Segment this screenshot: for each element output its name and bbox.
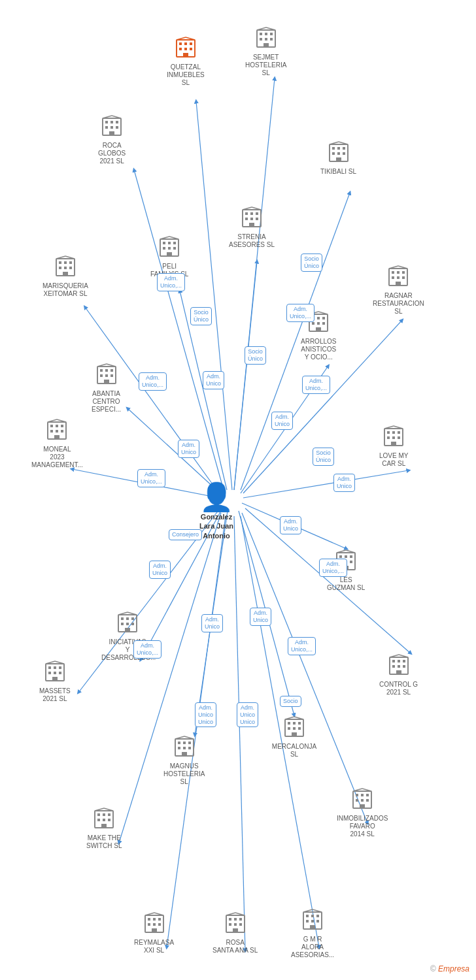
role-badge-r3[interactable]: Socio Único [301, 253, 322, 272]
svg-rect-44 [105, 121, 108, 123]
role-badge-r20[interactable]: Adm. Unico,... [133, 640, 162, 659]
svg-rect-24 [179, 42, 182, 45]
company-moneal[interactable]: MONEAL 2023 MANAGEMENT... [31, 418, 83, 469]
role-badge-r10[interactable]: Adm. Unico [178, 440, 199, 458]
role-badge-r16[interactable]: Consejero [169, 529, 202, 540]
building-icon-inmobilizados [350, 787, 374, 813]
svg-rect-65 [250, 212, 253, 215]
person-node[interactable]: 👤 Gonzalez Lara Juan Antonio [199, 483, 233, 540]
role-badge-r11[interactable]: Adm. Unico,... [137, 469, 165, 487]
svg-rect-45 [110, 121, 113, 123]
svg-rect-208 [361, 799, 364, 802]
svg-rect-164 [121, 617, 124, 620]
svg-rect-249 [316, 920, 319, 923]
role-badge-r7[interactable]: Adm. Unico,... [139, 372, 167, 391]
company-abantia[interactable]: ABANTIA CENTRO ESPECI... [92, 363, 121, 414]
company-label-controlg: CONTROL G 2021 SL [379, 681, 418, 696]
company-reymalasa[interactable]: REYMALASA XXI SL [134, 911, 174, 955]
company-strenia[interactable]: STRENIA ASESORES SL [229, 206, 275, 249]
company-label-massets: MASSETS 2021 SL [39, 687, 71, 703]
svg-line-20 [167, 516, 226, 947]
company-makeswitch[interactable]: MAKE THE SWITCH SL [86, 807, 122, 850]
role-badge-r4[interactable]: Adm. Unico,... [286, 304, 314, 322]
svg-rect-128 [56, 430, 58, 433]
role-badge-r23[interactable]: Adm. Unico Unico [237, 702, 258, 727]
building-icon-magnus [173, 735, 196, 761]
svg-rect-50 [109, 131, 114, 135]
svg-rect-247 [306, 920, 309, 923]
svg-rect-187 [288, 727, 290, 730]
role-badge-r22[interactable]: Adm. Unico Unico [195, 702, 216, 727]
role-badge-r21[interactable]: Adm. Unico,... [288, 637, 316, 655]
role-badge-r13[interactable]: Adm. Unico [333, 474, 355, 492]
company-roca[interactable]: ROCA GLOBOS 2021 SL [98, 114, 126, 165]
company-marisqueria[interactable]: MARISQUERIA XEITOMAR SL [42, 255, 88, 298]
svg-rect-158 [398, 665, 400, 668]
svg-rect-176 [59, 666, 61, 669]
role-badge-r14[interactable]: Adm. Unico [280, 516, 301, 534]
svg-rect-217 [97, 819, 100, 821]
company-magnus[interactable]: MAGNUS HOSTELERIA SL [163, 735, 205, 786]
role-badge-r19[interactable]: Adm. Unico [250, 608, 271, 626]
company-mercalonja[interactable]: MERCALONJA SL [268, 715, 320, 759]
svg-rect-215 [103, 813, 105, 816]
svg-rect-180 [52, 677, 58, 681]
svg-rect-229 [158, 923, 161, 926]
company-label-mercalonja: MERCALONJA SL [268, 743, 320, 759]
svg-rect-37 [260, 38, 262, 41]
svg-rect-144 [339, 555, 342, 558]
company-tikibali[interactable]: TIKIBALI SL [320, 140, 356, 176]
role-badge-r15[interactable]: Adm. Unico,... [319, 559, 347, 577]
role-badge-r12[interactable]: Socio Único [313, 448, 334, 466]
company-lovemycar[interactable]: LOVE MY CAR SL [379, 425, 408, 468]
svg-rect-87 [59, 267, 61, 269]
role-badge-r5[interactable]: Socio Único [245, 346, 266, 365]
svg-rect-107 [312, 322, 314, 325]
role-badge-r9[interactable]: Adm. Unico [271, 412, 293, 430]
building-icon-massets [43, 660, 67, 686]
svg-rect-174 [48, 666, 51, 669]
role-badge-r2[interactable]: Socio Único [190, 307, 212, 325]
svg-rect-86 [69, 261, 72, 264]
building-icon-marisqueria [54, 255, 77, 281]
svg-rect-137 [387, 436, 390, 439]
company-ragnar[interactable]: RAGNAR RESTAURACION SL [373, 265, 424, 316]
role-badge-r24[interactable]: Socio [280, 696, 301, 707]
role-badge-r8[interactable]: Adm. Unico,... [302, 376, 330, 394]
company-label-arrollos: ARROLLOS ANISTICOS Y OCIO... [301, 338, 336, 361]
role-badge-r17[interactable]: Adm. Unico [149, 561, 171, 579]
svg-rect-58 [337, 152, 340, 155]
role-badge-r6[interactable]: Adm. Unico [203, 371, 224, 389]
svg-rect-214 [97, 813, 100, 816]
svg-rect-100 [396, 282, 401, 286]
company-inmobilizados[interactable]: INMOBILIZADOS FAVARO 2014 SL [337, 787, 388, 838]
svg-rect-75 [168, 242, 171, 244]
svg-rect-25 [184, 42, 187, 45]
svg-rect-155 [398, 660, 400, 662]
building-icon-abantia [95, 363, 118, 389]
svg-rect-156 [403, 660, 405, 662]
svg-rect-49 [116, 126, 118, 129]
company-controlg[interactable]: CONTROL G 2021 SL [379, 653, 418, 696]
svg-rect-197 [178, 747, 180, 749]
svg-rect-170 [125, 628, 130, 632]
company-label-makeswitch: MAKE THE SWITCH SL [86, 834, 122, 850]
company-peli[interactable]: PELI FAMILY'S SL [150, 235, 188, 278]
svg-rect-26 [190, 42, 192, 45]
svg-rect-127 [50, 430, 53, 433]
svg-line-1 [234, 78, 275, 490]
role-badge-r1[interactable]: Adm. Unico,... [157, 273, 185, 291]
role-badge-r18[interactable]: Adm. Unico [201, 614, 223, 632]
svg-rect-105 [317, 317, 320, 319]
company-label-ragnar: RAGNAR RESTAURACION SL [373, 292, 424, 316]
svg-rect-125 [56, 425, 58, 427]
company-gmr[interactable]: G M R ALORA ASESORIAS... [291, 908, 334, 959]
company-sejmet[interactable]: SEJMET HOSTELERIA SL [245, 26, 286, 77]
company-massets[interactable]: MASSETS 2021 SL [39, 660, 71, 703]
svg-rect-198 [183, 747, 186, 749]
company-quetzal[interactable]: QUETZAL INMUEBLES SL [167, 36, 205, 87]
company-rosasanta[interactable]: ROSA SANTA ANA SL [212, 911, 258, 955]
svg-rect-218 [103, 819, 105, 821]
building-icon-iniciativas [116, 611, 139, 637]
svg-rect-96 [402, 271, 405, 274]
